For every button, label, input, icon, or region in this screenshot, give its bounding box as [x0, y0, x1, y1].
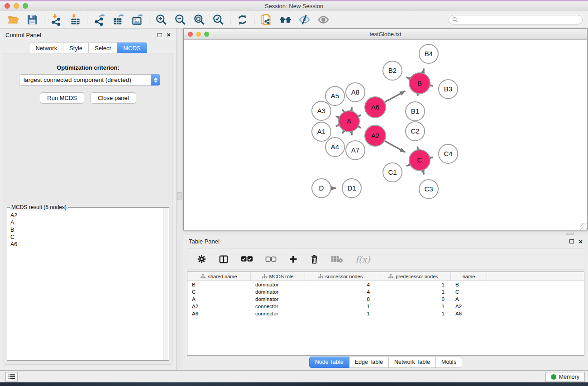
- table-cell[interactable]: A2: [187, 304, 251, 309]
- network-view-window[interactable]: testGlobe.txt B4B2BB3A8A5A6A3B1AA1C2A2A4…: [183, 29, 588, 230]
- node-table[interactable]: shared nameMCDS rolesuccessor nodesprede…: [187, 272, 584, 356]
- table-cell[interactable]: A: [187, 296, 251, 302]
- network-window-traffic-lights[interactable]: [188, 32, 209, 37]
- result-scrollbar[interactable]: [163, 208, 168, 360]
- task-history-button[interactable]: [5, 372, 18, 381]
- export-table-button[interactable]: [109, 12, 128, 27]
- tab-motifs[interactable]: Motifs: [436, 357, 462, 368]
- table-cell[interactable]: dominator: [251, 296, 305, 302]
- delete-table-button[interactable]: [331, 255, 343, 263]
- table-cell[interactable]: 4: [305, 289, 376, 295]
- table-cell[interactable]: connector: [251, 311, 305, 316]
- edge-A-A7[interactable]: [351, 132, 352, 135]
- edge-A-A6[interactable]: [359, 115, 361, 116]
- network-close-button[interactable]: [188, 32, 193, 37]
- open-file-button[interactable]: [4, 12, 23, 27]
- memory-button[interactable]: Memory: [545, 372, 585, 382]
- edge-A-A4[interactable]: [342, 131, 344, 133]
- import-network-button[interactable]: [47, 12, 66, 27]
- edge-A-A2[interactable]: [359, 127, 361, 128]
- edge-B-B4[interactable]: [423, 68, 424, 73]
- table-cell[interactable]: 1: [376, 282, 451, 287]
- show-graphics-details-button[interactable]: [314, 12, 333, 27]
- window-titlebar[interactable]: Session: New Session: [0, 1, 588, 11]
- column-header-mcds-role[interactable]: MCDS role: [251, 272, 305, 281]
- edge-B-B1[interactable]: [417, 94, 418, 96]
- tab-node-table[interactable]: Node Table: [309, 357, 349, 368]
- table-cell[interactable]: C: [187, 289, 251, 295]
- table-cell[interactable]: A6: [187, 311, 251, 316]
- close-window-button[interactable]: [5, 3, 10, 9]
- table-options-button[interactable]: [197, 254, 206, 264]
- zoom-selected-button[interactable]: [209, 12, 228, 27]
- result-item[interactable]: A: [10, 219, 160, 226]
- table-cell[interactable]: dominator: [251, 289, 305, 295]
- table-cell[interactable]: 1: [376, 304, 451, 309]
- vertical-split-handle[interactable]: [177, 192, 182, 200]
- new-network-from-selection-button[interactable]: [257, 12, 276, 27]
- edge-B-B3[interactable]: [430, 86, 433, 86]
- traffic-lights[interactable]: [5, 3, 28, 9]
- deselect-all-rows-button[interactable]: [265, 256, 277, 262]
- float-panel-icon[interactable]: [158, 33, 162, 37]
- network-graph[interactable]: B4B2BB3A8A5A6A3B1AA1C2A2A4A7C4CC1DD1C3: [184, 40, 587, 230]
- edge-A-A3[interactable]: [336, 116, 339, 118]
- table-cell[interactable]: 1: [305, 311, 376, 316]
- table-body[interactable]: Bdominator41BCdominator41CAdominator80AA…: [187, 281, 584, 317]
- create-column-button[interactable]: [289, 255, 298, 264]
- table-row[interactable]: Adominator80A: [187, 295, 584, 303]
- table-cell[interactable]: 0: [376, 296, 451, 302]
- zoom-window-button[interactable]: [23, 3, 28, 9]
- network-window-titlebar[interactable]: testGlobe.txt: [184, 29, 587, 40]
- edge-A-A5[interactable]: [342, 110, 344, 112]
- edge-A6-B[interactable]: [385, 91, 405, 102]
- export-network-button[interactable]: [90, 12, 109, 27]
- zoom-out-button[interactable]: [171, 12, 190, 27]
- table-cell[interactable]: 4: [305, 282, 376, 287]
- table-cell[interactable]: A6: [451, 311, 487, 316]
- tab-edge-table[interactable]: Edge Table: [349, 357, 389, 368]
- table-cell[interactable]: A2: [451, 304, 487, 309]
- close-panel-button[interactable]: Close panel: [91, 92, 136, 104]
- run-mcds-button[interactable]: Run MCDS: [40, 92, 84, 104]
- horizontal-split-handle[interactable]: [566, 232, 574, 235]
- edge-C-C2[interactable]: [417, 147, 418, 150]
- edge-C-C3[interactable]: [423, 171, 424, 175]
- edge-A2-C[interactable]: [385, 141, 405, 152]
- table-cell[interactable]: B: [187, 282, 251, 287]
- result-item[interactable]: A6: [10, 241, 160, 248]
- network-zoom-button[interactable]: [204, 32, 209, 37]
- table-cell[interactable]: 1: [376, 289, 451, 295]
- edge-C-C4[interactable]: [430, 157, 433, 157]
- resize-grip-icon[interactable]: [580, 223, 587, 229]
- minimize-window-button[interactable]: [14, 3, 19, 9]
- tab-network-table[interactable]: Network Table: [389, 357, 436, 368]
- show-columns-button[interactable]: [219, 254, 229, 264]
- select-all-rows-button[interactable]: [241, 256, 253, 262]
- table-cell[interactable]: dominator: [251, 282, 305, 287]
- table-cell[interactable]: A: [451, 296, 487, 302]
- table-cell[interactable]: connector: [251, 304, 305, 309]
- edge-C-C1[interactable]: [406, 165, 410, 166]
- table-row[interactable]: Cdominator41C: [187, 288, 584, 295]
- column-header-name[interactable]: name: [451, 272, 487, 281]
- apply-layout-button[interactable]: [233, 12, 252, 27]
- float-table-panel-icon[interactable]: [569, 239, 574, 243]
- zoom-in-button[interactable]: [152, 12, 171, 27]
- cytoscape-home-button[interactable]: [276, 12, 295, 27]
- close-panel-icon[interactable]: ×: [167, 33, 171, 37]
- table-cell[interactable]: 1: [376, 311, 451, 316]
- zoom-fit-button[interactable]: [190, 12, 209, 27]
- table-cell[interactable]: B: [451, 282, 487, 287]
- delete-columns-button[interactable]: [310, 254, 319, 264]
- save-session-button[interactable]: [23, 12, 42, 27]
- function-builder-button[interactable]: f(x): [355, 254, 370, 264]
- column-header-shared-name[interactable]: shared name: [187, 272, 251, 281]
- hide-graphics-details-button[interactable]: [295, 12, 314, 27]
- table-cell[interactable]: C: [451, 289, 487, 295]
- table-row[interactable]: Bdominator41B: [187, 281, 584, 288]
- export-image-button[interactable]: [128, 12, 147, 27]
- mcds-result-list[interactable]: A2ABCA6: [8, 208, 163, 360]
- table-cell[interactable]: 1: [305, 304, 376, 309]
- close-table-panel-icon[interactable]: ×: [578, 239, 583, 244]
